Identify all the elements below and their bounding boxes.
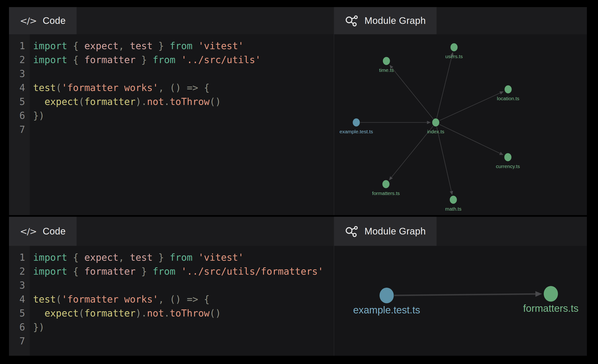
tab-module-graph-label: Module Graph <box>365 226 426 237</box>
line-number: 3 <box>9 278 30 292</box>
code-line: 2import { formatter } from '../src/utils… <box>9 53 334 67</box>
graph-edge <box>437 127 451 191</box>
code-line-source: expect(formatter).not.toThrow() <box>30 306 221 320</box>
view-bottom: </> Code 1import { expect, test } from '… <box>9 217 587 356</box>
code-tabbar-bottom: </> Code <box>9 217 334 246</box>
line-number: 4 <box>9 292 30 306</box>
code-line-source: import { formatter } from '../src/utils/… <box>30 265 323 278</box>
code-line-source: }) <box>30 109 44 123</box>
graph-node-label: users.ts <box>445 54 463 59</box>
code-panel-bottom: </> Code 1import { expect, test } from '… <box>9 217 334 356</box>
view-top: </> Code 1import { expect, test } from '… <box>9 7 587 215</box>
graph-node-currency.ts[interactable] <box>504 153 512 161</box>
graph-node-label: index.ts <box>427 129 444 134</box>
app-window: </> Code 1import { expect, test } from '… <box>0 0 598 364</box>
code-line: 7 <box>9 334 334 348</box>
line-number: 1 <box>9 250 30 265</box>
graph-node-index.ts[interactable] <box>432 118 440 126</box>
line-number: 5 <box>9 95 30 109</box>
code-line: 7 <box>9 123 334 137</box>
tab-code-label: Code <box>42 15 66 26</box>
code-line: 1import { expect, test } from 'vitest' <box>9 39 334 53</box>
graph-node-label: time.ts <box>379 67 394 73</box>
code-icon: </> <box>20 16 36 26</box>
tab-code-top[interactable]: </> Code <box>9 7 77 34</box>
line-number: 2 <box>9 53 30 67</box>
code-line: 6}) <box>9 109 334 123</box>
code-line-source: import { expect, test } from 'vitest' <box>30 250 244 265</box>
graph-node-label: example.test.ts <box>353 305 420 315</box>
line-number: 7 <box>9 123 30 137</box>
line-number: 6 <box>9 320 30 334</box>
graph-edge-arrowhead <box>389 176 393 180</box>
graph-node-label: example.test.ts <box>340 129 373 134</box>
graph-node-label: location.ts <box>497 96 519 101</box>
code-line-source <box>30 123 33 137</box>
graph-tabbar-top: Module Graph <box>334 7 587 34</box>
graph-node-math.ts[interactable] <box>450 196 457 204</box>
code-line-source: import { expect, test } from 'vitest' <box>30 39 244 53</box>
code-tabbar-top: </> Code <box>9 7 334 34</box>
tab-module-graph-top[interactable]: Module Graph <box>334 7 437 34</box>
line-number: 4 <box>9 81 30 95</box>
line-number: 6 <box>9 109 30 123</box>
graph-edge <box>440 124 500 153</box>
code-line-source <box>30 67 33 81</box>
line-number: 5 <box>9 306 30 320</box>
graph-edge-arrowhead <box>450 191 453 195</box>
code-line: 3 <box>9 67 334 81</box>
code-line-source: expect(formatter).not.toThrow() <box>30 95 221 109</box>
module-graph-icon <box>345 225 358 237</box>
line-number: 2 <box>9 265 30 278</box>
graph-edge <box>392 68 433 119</box>
tab-module-graph-label: Module Graph <box>365 15 426 26</box>
tab-code-bottom[interactable]: </> Code <box>9 217 77 246</box>
code-line-source: }) <box>30 320 44 334</box>
graph-node-label: currency.ts <box>496 164 520 169</box>
graph-node-formatters.ts[interactable] <box>544 286 558 302</box>
graph-edge <box>440 93 500 121</box>
tab-code-label: Code <box>42 226 66 237</box>
code-line: 3 <box>9 278 334 292</box>
graph-node-label: formatters.ts <box>523 303 578 314</box>
module-graph-canvas-top[interactable]: users.tstime.tslocation.tsexample.test.t… <box>334 34 587 215</box>
graph-panel-bottom: Module Graph example.test.tsformatters.t… <box>334 217 587 356</box>
code-editor-top[interactable]: 1import { expect, test } from 'vitest'2i… <box>9 34 334 215</box>
graph-edge-arrowhead <box>535 291 542 297</box>
graph-node-users.ts[interactable] <box>450 43 457 51</box>
module-graph-icon <box>345 15 358 27</box>
code-line: 1import { expect, test } from 'vitest' <box>9 250 334 265</box>
graph-tabbar-bottom: Module Graph <box>334 217 587 246</box>
graph-node-label: formatters.ts <box>372 190 400 196</box>
graph-node-example.test.ts[interactable] <box>353 118 360 126</box>
module-graph-canvas-bottom[interactable]: example.test.tsformatters.ts <box>334 246 587 356</box>
code-line-source: test('formatter works', () => { <box>30 292 210 306</box>
code-line: 5 expect(formatter).not.toThrow() <box>9 306 334 320</box>
graph-edge-arrowhead <box>427 121 431 124</box>
graph-panel-top: Module Graph users.tstime.tslocation.tse… <box>334 7 587 215</box>
code-line: 5 expect(formatter).not.toThrow() <box>9 95 334 109</box>
code-line-source: import { formatter } from '../src/utils' <box>30 53 261 67</box>
graph-node-time.ts[interactable] <box>383 57 390 65</box>
graph-node-label: math.ts <box>445 206 461 212</box>
code-line-source <box>30 334 33 348</box>
tab-module-graph-bottom[interactable]: Module Graph <box>334 217 437 246</box>
graph-node-location.ts[interactable] <box>505 85 512 93</box>
code-line-source: test('formatter works', () => { <box>30 81 210 95</box>
code-panel-top: </> Code 1import { expect, test } from '… <box>9 7 334 215</box>
code-line: 6}) <box>9 320 334 334</box>
graph-node-formatters.ts[interactable] <box>382 180 390 188</box>
line-number: 1 <box>9 39 30 53</box>
graph-edge <box>437 56 452 118</box>
line-number: 3 <box>9 67 30 81</box>
code-line: 4test('formatter works', () => { <box>9 292 334 306</box>
code-line: 4test('formatter works', () => { <box>9 81 334 95</box>
line-number: 7 <box>9 334 30 348</box>
graph-node-example.test.ts[interactable] <box>380 288 394 303</box>
code-line-source <box>30 278 33 292</box>
code-icon: </> <box>20 226 36 237</box>
code-editor-bottom[interactable]: 1import { expect, test } from 'vitest'2i… <box>9 246 334 356</box>
graph-edge <box>394 294 535 296</box>
code-line: 2import { formatter } from '../src/utils… <box>9 265 334 278</box>
